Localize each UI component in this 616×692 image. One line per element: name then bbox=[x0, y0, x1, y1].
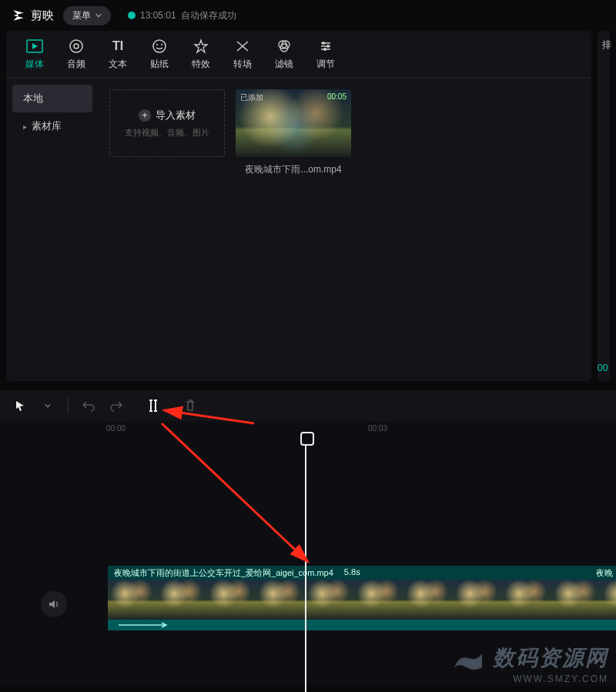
svg-point-11 bbox=[323, 48, 326, 51]
timeline-clip-duration: 5.8s bbox=[344, 567, 360, 578]
tab-text[interactable]: TI 文本 bbox=[97, 38, 139, 71]
watermark-logo-icon bbox=[451, 650, 485, 674]
tab-transition[interactable]: 转场 bbox=[222, 38, 263, 71]
caret-right-icon: ▸ bbox=[23, 122, 27, 131]
split-tool[interactable] bbox=[142, 395, 164, 416]
tab-sticker[interactable]: 贴纸 bbox=[139, 38, 180, 71]
watermark: 数码资源网 WWW.SMZY.COM bbox=[451, 644, 608, 684]
tab-effect[interactable]: 特效 bbox=[180, 38, 222, 71]
svg-point-5 bbox=[161, 44, 162, 45]
svg-point-2 bbox=[74, 44, 79, 48]
plus-icon: + bbox=[139, 109, 151, 122]
svg-point-4 bbox=[156, 44, 158, 45]
delete-button[interactable] bbox=[179, 395, 201, 416]
playhead[interactable] bbox=[305, 440, 306, 692]
filter-icon bbox=[276, 38, 293, 55]
preview-time: 00 bbox=[598, 362, 608, 373]
transition-icon bbox=[234, 38, 251, 55]
timeline-toolbar bbox=[0, 390, 616, 421]
status-dot-icon bbox=[128, 12, 136, 19]
tab-adjust[interactable]: 调节 bbox=[305, 38, 346, 71]
save-time: 13:05:01 bbox=[140, 10, 176, 21]
clip-duration-badge: 00:05 bbox=[327, 92, 346, 101]
tab-audio[interactable]: 音频 bbox=[55, 38, 97, 71]
text-icon: TI bbox=[109, 38, 126, 55]
sticker-icon bbox=[151, 38, 168, 55]
app-logo: 剪映 bbox=[11, 8, 54, 23]
logo-icon bbox=[11, 8, 26, 23]
tab-filter[interactable]: 滤镜 bbox=[263, 38, 305, 71]
media-sidebar: 本地 ▸ 素材库 bbox=[6, 79, 99, 381]
media-icon bbox=[26, 38, 43, 55]
chevron-down-icon bbox=[95, 12, 102, 18]
menu-label: 菜单 bbox=[72, 9, 91, 22]
sidebar-item-library[interactable]: ▸ 素材库 bbox=[12, 112, 92, 140]
redo-button[interactable] bbox=[105, 395, 127, 416]
app-name: 剪映 bbox=[31, 8, 54, 23]
svg-point-9 bbox=[322, 42, 325, 45]
svg-point-1 bbox=[70, 40, 82, 52]
import-subtext: 支持视频、音频、图片 bbox=[125, 127, 209, 139]
timeline-clip-filename: 夜晚城市下雨的街道上公交车开过_爱给网_aigei_com.mp4 bbox=[114, 567, 333, 578]
adjust-icon bbox=[317, 38, 334, 55]
svg-point-10 bbox=[326, 45, 330, 48]
import-label: 导入素材 bbox=[156, 109, 196, 122]
clip-filename: 夜晚城市下雨...om.mp4 bbox=[236, 163, 351, 176]
audio-icon bbox=[68, 38, 85, 55]
category-tabs: 媒体 音频 TI 文本 贴纸 特效 转场 bbox=[6, 31, 591, 79]
effect-icon bbox=[192, 38, 209, 55]
clip-added-badge: 已添加 bbox=[240, 92, 263, 103]
preview-panel: 排 00 bbox=[598, 31, 610, 381]
menu-dropdown[interactable]: 菜单 bbox=[63, 6, 111, 25]
media-panel: 媒体 音频 TI 文本 贴纸 特效 转场 bbox=[6, 31, 591, 381]
track-mute-button[interactable] bbox=[41, 591, 67, 617]
import-media-button[interactable]: + 导入素材 支持视频、音频、图片 bbox=[109, 89, 225, 157]
speaker-icon bbox=[48, 598, 60, 610]
save-text: 自动保存成功 bbox=[181, 9, 236, 22]
clip-thumbnail: 已添加 00:05 bbox=[236, 89, 351, 157]
pointer-tool[interactable] bbox=[9, 395, 31, 416]
media-clip[interactable]: 已添加 00:05 夜晚城市下雨...om.mp4 bbox=[236, 89, 351, 176]
undo-button[interactable] bbox=[78, 395, 99, 416]
autosave-status: 13:05:01 自动保存成功 bbox=[128, 9, 236, 22]
pointer-dropdown[interactable] bbox=[37, 395, 59, 416]
sidebar-item-local[interactable]: 本地 bbox=[12, 85, 92, 112]
svg-point-3 bbox=[153, 40, 166, 52]
ruler-mark: 00:03 bbox=[368, 424, 387, 433]
ruler-mark: 00:00 bbox=[106, 424, 126, 433]
tab-media[interactable]: 媒体 bbox=[14, 38, 55, 71]
